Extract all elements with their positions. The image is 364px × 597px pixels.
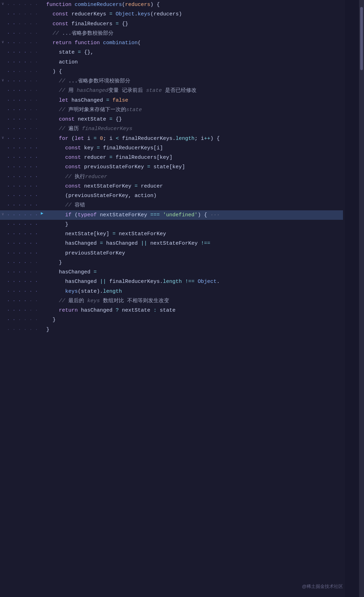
token-op: || [141, 240, 150, 246]
indent-dot [17, 125, 22, 133]
token-punc: ( [150, 11, 153, 17]
breakpoint[interactable] [39, 210, 45, 217]
fold-arrow[interactable] [0, 134, 6, 141]
token-punc: [ [169, 164, 172, 170]
token-op: === [150, 212, 163, 218]
token-punc: ) { [53, 69, 62, 75]
indent-dot [6, 49, 11, 56]
indent-dots [6, 172, 39, 181]
indent-dot [34, 135, 39, 143]
indent-dots [6, 0, 39, 9]
token-punc: [ [94, 231, 97, 237]
token-var: action [135, 193, 153, 199]
code-tokens: hasChanged = hasChanged || nextStateForK… [45, 239, 343, 248]
indent-dot [6, 144, 11, 152]
indent-dot [28, 163, 34, 171]
indent-dots [6, 86, 39, 95]
indent-dot [34, 49, 39, 56]
indent-dots [6, 315, 39, 324]
indent-dot [11, 326, 17, 334]
indent-dot [11, 316, 17, 324]
fold-arrow[interactable] [0, 0, 6, 7]
indent-dot [17, 221, 22, 229]
indent-dots [6, 105, 39, 114]
indent-dot [22, 97, 28, 104]
indent-dot [22, 221, 28, 229]
fold-arrow[interactable] [0, 38, 6, 45]
indent-dots [6, 306, 39, 314]
token-var: i [109, 136, 116, 142]
code-tokens: return hasChanged ? nextState : state [45, 306, 343, 315]
token-const-kw: const [65, 155, 84, 161]
fold-arrow[interactable] [0, 76, 6, 83]
token-op: = [112, 231, 119, 237]
indent-dot [34, 250, 39, 257]
minimap [345, 0, 359, 597]
scrollbar-thumb[interactable] [360, 7, 363, 70]
indent-dot [6, 230, 11, 238]
indent-dot [34, 183, 39, 190]
code-tokens: } [45, 325, 343, 334]
code-line: previousStateForKey [0, 249, 343, 258]
indent-dot [22, 202, 28, 209]
indent-dot [17, 192, 22, 200]
indent-dot [28, 106, 34, 114]
indent-dot [11, 202, 17, 209]
token-op: = [116, 21, 122, 27]
token-var: i [87, 136, 94, 142]
token-op: !== [201, 240, 210, 246]
indent-dots [6, 182, 39, 190]
token-punc: ] [182, 164, 185, 170]
indent-dots [6, 143, 39, 152]
indent-dot [11, 30, 17, 38]
token-op: = [94, 269, 97, 275]
indent-dot [11, 297, 17, 305]
indent-dot [17, 173, 22, 181]
token-return-kw: return [53, 40, 75, 46]
indent-dot [6, 97, 11, 104]
code-line: } [0, 325, 343, 334]
scrollbar[interactable] [359, 0, 364, 597]
indent-dot [17, 183, 22, 190]
indent-dot [28, 221, 34, 229]
indent-dot [22, 77, 28, 85]
indent-dot [6, 87, 11, 95]
token-punc: ( [78, 289, 81, 294]
indent-dot [28, 59, 34, 66]
indent-dot [11, 116, 17, 123]
indent-dot [28, 173, 34, 181]
indent-dot [34, 116, 39, 123]
code-line: hasChanged = hasChanged || nextStateForK… [0, 239, 343, 248]
indent-dot [11, 307, 17, 314]
fold-arrow[interactable] [0, 210, 6, 217]
code-line: function combineReducers(reducers) { [0, 0, 343, 9]
indent-dot [17, 116, 22, 123]
indent-dot [17, 87, 22, 95]
token-punc: ( [65, 193, 68, 199]
token-comment: // [53, 30, 62, 36]
token-comment-cn: 用 [68, 88, 77, 94]
indent-dots [6, 9, 39, 18]
fold-arrow [0, 277, 6, 278]
token-op: ? [116, 307, 122, 313]
indent-dot [34, 326, 39, 334]
fold-arrow [0, 287, 6, 288]
indent-dot [17, 326, 22, 334]
token-comment: hasChanged [77, 88, 108, 94]
token-punc: ) [153, 193, 157, 199]
token-punc: } [46, 327, 49, 333]
indent-dot [11, 135, 17, 143]
token-comment: // [59, 78, 68, 84]
indent-dot [28, 125, 34, 133]
indent-dot [11, 221, 17, 229]
fold-arrow [0, 143, 6, 144]
indent-dot [22, 183, 28, 190]
indent-dot [28, 97, 34, 104]
fold-arrow [0, 201, 6, 202]
token-var: hasChanged [59, 269, 94, 275]
indent-dot [34, 211, 39, 219]
indent-dot [34, 240, 39, 247]
indent-dot [34, 97, 39, 104]
indent-dots [6, 48, 39, 56]
code-tokens: state = {}, [45, 48, 343, 57]
